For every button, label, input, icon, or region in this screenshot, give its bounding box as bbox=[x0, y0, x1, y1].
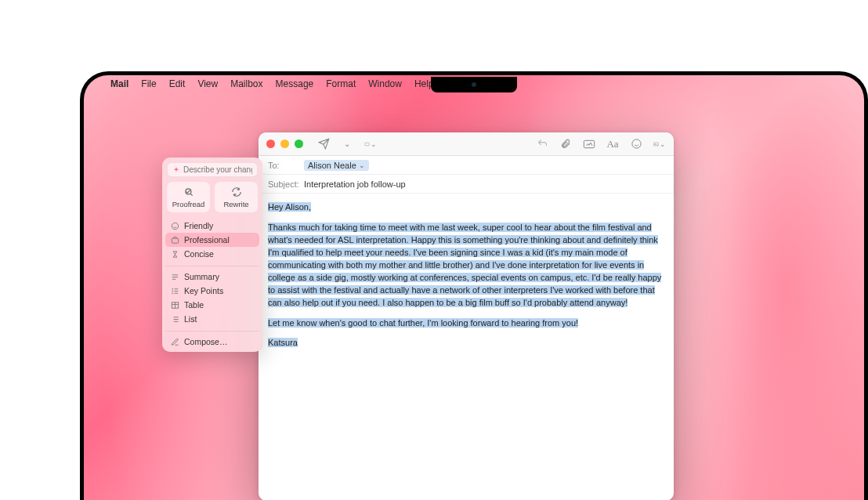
tone-concise[interactable]: Concise bbox=[165, 247, 259, 261]
rewrite-label: Rewrite bbox=[223, 200, 248, 208]
compose-icon bbox=[170, 337, 179, 346]
describe-change-field[interactable] bbox=[167, 162, 258, 177]
table-label: Table bbox=[184, 300, 204, 310]
menubar-mailbox[interactable]: Mailbox bbox=[224, 78, 269, 89]
list-label: List bbox=[184, 314, 197, 324]
describe-change-input[interactable] bbox=[183, 165, 252, 174]
divider-2 bbox=[165, 331, 259, 332]
friendly-icon bbox=[170, 221, 179, 230]
camera-notch bbox=[431, 77, 517, 92]
body-greeting: Hey Alison, bbox=[268, 202, 311, 212]
to-row[interactable]: To: Alison Neale bbox=[259, 156, 674, 175]
menubar-app-name[interactable]: Mail bbox=[104, 78, 135, 89]
proofread-button[interactable]: Proofread bbox=[167, 182, 210, 212]
transform-list[interactable]: List bbox=[165, 312, 259, 326]
emoji-icon[interactable] bbox=[630, 138, 642, 150]
tone-professional[interactable]: Professional bbox=[165, 233, 259, 247]
list-icon bbox=[170, 314, 179, 324]
camera-dot bbox=[472, 82, 476, 87]
device-frame: Mail File Edit View Mailbox Message Form… bbox=[80, 71, 868, 500]
summary-icon bbox=[170, 272, 179, 281]
tone-friendly[interactable]: Friendly bbox=[165, 219, 259, 233]
table-icon bbox=[170, 300, 179, 310]
rewrite-icon bbox=[230, 186, 243, 198]
recipient-token[interactable]: Alison Neale bbox=[304, 160, 369, 171]
link-preview-icon[interactable] bbox=[583, 138, 595, 150]
writing-tools-panel: Proofread Rewrite Friendly bbox=[162, 158, 262, 352]
mode-buttons: Proofread Rewrite bbox=[162, 182, 262, 217]
friendly-label: Friendly bbox=[184, 221, 213, 230]
body-para2: Let me know when's good to chat further,… bbox=[268, 318, 578, 328]
body-para1: Thanks much for taking time to meet with… bbox=[268, 223, 661, 307]
format-icon[interactable]: Aa bbox=[606, 138, 619, 150]
traffic-lights bbox=[266, 139, 303, 148]
zoom-button[interactable] bbox=[295, 139, 303, 148]
keypoints-icon bbox=[170, 286, 179, 295]
toolbar-right-group: Aa ⌄ bbox=[536, 138, 666, 150]
menubar-message[interactable]: Message bbox=[269, 78, 320, 89]
delete-icon[interactable]: ⌄ bbox=[364, 138, 377, 150]
menubar-edit[interactable]: Edit bbox=[163, 78, 192, 89]
compose-window: ⌄ ⌄ Aa bbox=[259, 132, 674, 500]
photo-icon[interactable]: ⌄ bbox=[653, 138, 666, 150]
send-icon[interactable] bbox=[317, 138, 330, 150]
svg-rect-0 bbox=[365, 143, 369, 146]
desktop-screen: Mail File Edit View Mailbox Message Form… bbox=[84, 75, 864, 500]
to-label: To: bbox=[268, 161, 299, 170]
divider bbox=[165, 266, 259, 266]
attach-icon[interactable] bbox=[559, 138, 572, 150]
transform-summary[interactable]: Summary bbox=[165, 270, 259, 284]
message-body[interactable]: Hey Alison, Thanks much for taking time … bbox=[259, 194, 674, 500]
transform-table[interactable]: Table bbox=[165, 298, 259, 312]
menubar-view[interactable]: View bbox=[191, 78, 224, 89]
transform-keypoints[interactable]: Key Points bbox=[165, 284, 259, 298]
subject-value[interactable]: Interpretation job follow-up bbox=[304, 179, 664, 189]
proofread-label: Proofread bbox=[172, 200, 205, 208]
svg-rect-7 bbox=[172, 238, 178, 243]
svg-point-2 bbox=[631, 139, 640, 148]
concise-icon bbox=[170, 249, 179, 259]
window-toolbar: ⌄ ⌄ Aa bbox=[259, 132, 674, 156]
compose-list: Compose… bbox=[162, 333, 262, 352]
svg-point-9 bbox=[172, 291, 172, 292]
toolbar-left-group: ⌄ ⌄ bbox=[317, 138, 377, 150]
compose-label: Compose… bbox=[184, 337, 227, 346]
concise-label: Concise bbox=[184, 249, 214, 259]
subject-label: Subject: bbox=[268, 179, 299, 189]
rewrite-button[interactable]: Rewrite bbox=[215, 182, 258, 212]
keypoints-label: Key Points bbox=[184, 286, 223, 295]
transform-list: Summary Key Points Table bbox=[162, 268, 262, 329]
tone-list: Friendly Professional Concise bbox=[162, 217, 262, 264]
professional-icon bbox=[170, 235, 179, 245]
proofread-icon bbox=[183, 186, 195, 198]
menubar-window[interactable]: Window bbox=[362, 78, 408, 89]
header-dropdown-icon[interactable]: ⌄ bbox=[341, 138, 353, 150]
summary-label: Summary bbox=[184, 272, 219, 281]
professional-label: Professional bbox=[184, 235, 230, 245]
reply-icon[interactable] bbox=[536, 138, 548, 150]
body-signature: Katsura bbox=[268, 338, 298, 347]
menubar-format[interactable]: Format bbox=[320, 78, 362, 89]
svg-rect-1 bbox=[584, 140, 594, 147]
svg-point-8 bbox=[172, 288, 172, 289]
sparkle-icon bbox=[172, 166, 180, 174]
svg-point-10 bbox=[172, 292, 172, 293]
subject-row[interactable]: Subject: Interpretation job follow-up bbox=[259, 175, 674, 194]
menubar-file[interactable]: File bbox=[135, 78, 162, 89]
compose-item[interactable]: Compose… bbox=[165, 335, 259, 349]
svg-point-6 bbox=[172, 223, 178, 229]
minimize-button[interactable] bbox=[280, 139, 289, 148]
close-button[interactable] bbox=[266, 139, 275, 148]
